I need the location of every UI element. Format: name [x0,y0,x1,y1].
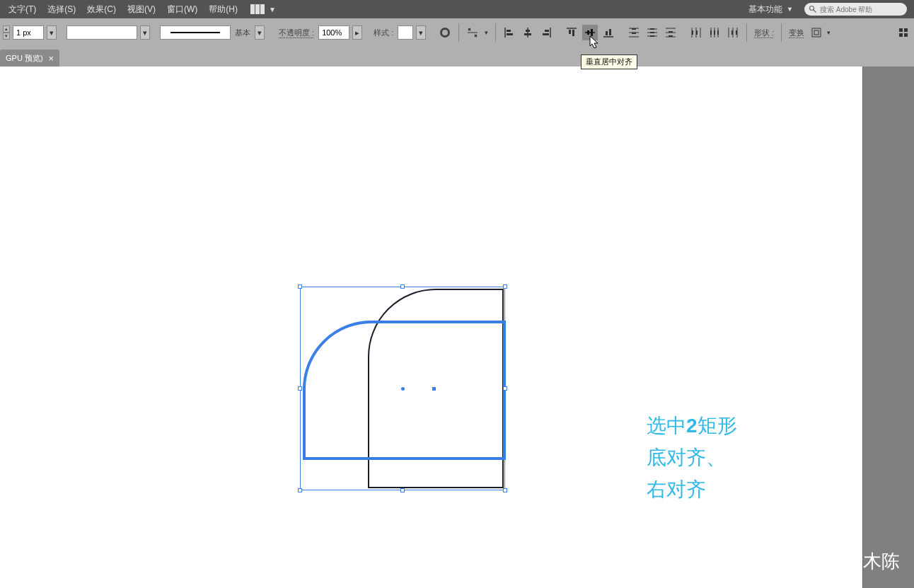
align-top-icon[interactable] [564,25,579,40]
close-icon[interactable]: × [49,53,54,64]
workspace-switcher[interactable]: 基本功能 ▼ [741,4,800,16]
brush-definition[interactable] [160,25,231,40]
canvas[interactable] [0,67,863,588]
svg-rect-12 [545,30,549,32]
logo-icon [761,553,780,571]
cursor-icon [589,35,599,50]
search-input[interactable] [820,6,891,13]
svg-rect-31 [650,28,654,30]
chevron-down-icon[interactable]: ▾ [827,29,831,36]
svg-rect-21 [606,31,608,35]
recolor-icon[interactable] [437,25,453,40]
center-point-icon [401,387,405,391]
menu-window[interactable]: 窗口(W) [161,1,203,18]
svg-rect-9 [526,30,530,32]
svg-rect-43 [696,30,698,35]
svg-rect-58 [904,28,908,32]
selection-handle[interactable] [400,284,405,289]
svg-rect-49 [717,30,719,35]
svg-rect-32 [650,32,654,33]
style-dropdown[interactable]: ▾ [416,25,426,40]
align-bottom-icon[interactable] [601,25,616,40]
selection-handle[interactable] [503,386,507,391]
svg-rect-62 [767,558,770,565]
svg-rect-16 [572,30,574,36]
panel-dock [863,67,914,588]
document-tab-bar: GPU 预览) × [0,47,914,67]
svg-rect-48 [714,30,715,35]
tab-title: GPU 预览) [6,53,43,64]
selection-handle[interactable] [298,488,302,492]
svg-rect-53 [731,30,733,35]
document-tab[interactable]: GPU 预览) × [0,50,59,67]
svg-rect-61 [764,555,777,568]
profile-dropdown[interactable]: ▾ [140,25,150,40]
distribute-hcenter-icon[interactable] [707,25,722,40]
selection-handle[interactable] [298,284,302,289]
chevron-down-icon[interactable]: ▾ [483,29,490,36]
control-bar: ▴▾ ▾ ▾ 基本 ▾ 不透明度 : ▸ 样式 : ▾ ▾ 形状 : 变换 ▾ [0,18,914,47]
svg-rect-56 [814,30,818,35]
svg-rect-6 [507,30,511,32]
selection-handle[interactable] [298,386,302,391]
svg-rect-38 [669,35,673,37]
shape-label: 形状 : [753,28,775,38]
svg-rect-13 [543,33,549,35]
panel-menu-icon[interactable] [896,25,911,40]
distribute-left-icon[interactable] [688,25,704,40]
distribute-right-icon[interactable] [725,25,741,40]
align-hcenter-icon[interactable] [520,25,536,40]
svg-rect-27 [632,33,636,34]
watermark: 头条 @原木陈 [761,549,900,574]
svg-rect-10 [524,33,531,35]
svg-rect-47 [710,30,712,35]
stroke-width-spinner[interactable]: ▴▾ [3,25,10,40]
stroke-width-dropdown[interactable]: ▾ [47,25,57,40]
menu-bar: 文字(T) 选择(S) 效果(C) 视图(V) 窗口(W) 帮助(H) ▼ 基本… [0,0,914,18]
distribute-top-icon[interactable] [626,25,642,40]
menu-help[interactable]: 帮助(H) [203,1,243,18]
opacity-dropdown[interactable]: ▸ [352,25,362,40]
align-points-icon[interactable] [465,25,480,40]
distribute-bottom-icon[interactable] [663,25,678,40]
search-icon [809,5,817,13]
center-point-icon [432,387,436,391]
selection-handle[interactable] [400,488,405,492]
search-box[interactable] [804,3,907,16]
svg-rect-33 [650,35,654,37]
arrange-dropdown-icon[interactable]: ▼ [265,6,280,13]
annotation-text: 选中2矩形 底对齐、 右对齐 [647,410,737,505]
graphic-style-swatch[interactable] [398,25,413,40]
svg-rect-15 [569,30,571,34]
svg-rect-26 [632,28,636,30]
align-left-icon[interactable] [502,25,517,40]
selection-handle[interactable] [503,488,507,492]
svg-point-0 [810,6,814,11]
stroke-width-input[interactable] [13,25,44,40]
transform-panel-icon[interactable] [809,25,824,40]
svg-rect-42 [692,30,693,35]
menu-select[interactable]: 选择(S) [42,1,81,18]
svg-rect-63 [771,558,774,565]
tooltip: 垂直居中对齐 [581,54,637,69]
svg-point-3 [442,30,448,35]
svg-rect-54 [736,30,737,35]
svg-rect-57 [899,28,903,32]
svg-rect-7 [507,33,513,35]
arrange-documents-icon[interactable] [250,4,265,14]
svg-line-1 [814,10,816,13]
opacity-input[interactable] [318,25,349,40]
chevron-down-icon: ▼ [787,6,793,13]
brush-label: 基本 [233,28,252,38]
style-label: 样式 : [372,28,395,38]
menu-effect[interactable]: 效果(C) [81,1,122,18]
brush-dropdown[interactable]: ▾ [255,25,265,40]
distribute-vcenter-icon[interactable] [644,25,660,40]
menu-view[interactable]: 视图(V) [122,1,161,18]
menu-text[interactable]: 文字(T) [3,1,42,18]
selection-handle[interactable] [503,284,507,289]
svg-rect-37 [669,31,673,33]
svg-rect-22 [609,29,611,35]
variable-width-profile[interactable] [66,25,137,40]
align-right-icon[interactable] [538,25,554,40]
